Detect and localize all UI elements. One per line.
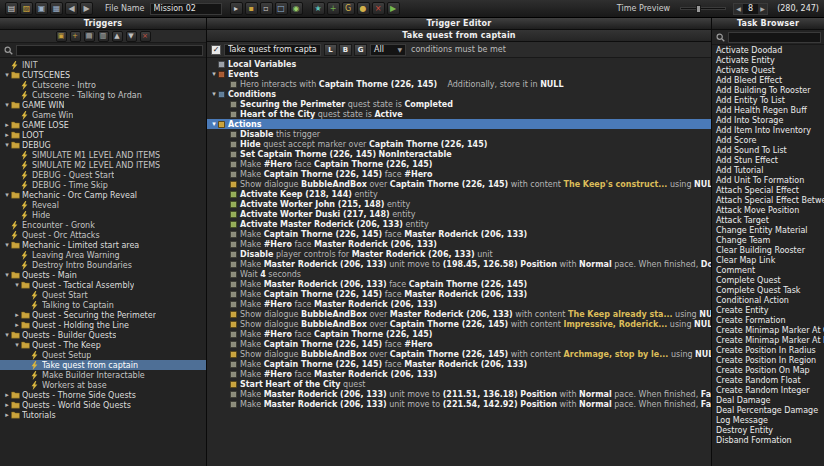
trigger-tree-item[interactable]: Quest - Orc Attacks — [0, 230, 206, 240]
add-entity-icon[interactable]: + — [327, 2, 340, 15]
trigger-tree-item[interactable]: ▾Quest - Tactical Assembly — [0, 280, 206, 290]
undo-icon[interactable]: ◀ — [65, 2, 78, 15]
task-item[interactable]: Add Entity To List — [712, 96, 824, 106]
task-item[interactable]: Complete Quest Task — [712, 286, 824, 296]
trigger-tree-item[interactable]: Hide — [0, 210, 206, 220]
trigger-tree-item[interactable]: ▾Quests - Builder Quests — [0, 330, 206, 340]
editor-action-row[interactable]: Make Captain Thorne (226, 145) face Mast… — [207, 229, 711, 239]
trigger-tree-item[interactable]: Reveal — [0, 200, 206, 210]
task-item[interactable]: Change Team — [712, 236, 824, 246]
task-browser-search-input[interactable] — [728, 32, 821, 43]
trigger-tree-item[interactable]: Leaving Area Warning — [0, 250, 206, 260]
task-item[interactable]: Change Entity Material — [712, 226, 824, 236]
task-item[interactable]: Attack Move Position — [712, 206, 824, 216]
camera-tool-icon[interactable]: ◉ — [290, 2, 303, 15]
task-item[interactable]: Comment — [712, 266, 824, 276]
editor-action-row[interactable]: Securing the Perimeter quest state is Co… — [207, 99, 711, 109]
chevron-down-icon[interactable]: ▾ — [3, 141, 11, 149]
task-item[interactable]: Clear Map Link — [712, 256, 824, 266]
editor-action-row[interactable]: Make Master Roderick (206, 133) face Cap… — [207, 279, 711, 289]
task-item[interactable]: Add Item Into Inventory — [712, 126, 824, 136]
trigger-tree-item[interactable]: Game Win — [0, 110, 206, 120]
editor-category-row[interactable]: ▾Conditions — [207, 89, 711, 99]
trigger-tree-item[interactable]: ▾Mechanic - Orc Camp Reveal — [0, 190, 206, 200]
task-item[interactable]: Deal Damage — [712, 396, 824, 406]
trigger-tree-item[interactable]: Quest Start — [0, 290, 206, 300]
save-icon[interactable]: ▣ — [35, 2, 48, 15]
task-item[interactable]: Deal Percentage Damage — [712, 406, 824, 416]
editor-action-row[interactable]: Activate Worker Duski (217, 148) entity — [207, 209, 711, 219]
editor-category-row[interactable]: Local Variables — [207, 59, 711, 69]
pointer-tool-icon[interactable]: ▸ — [230, 2, 243, 15]
slider-handle-icon[interactable] — [696, 5, 701, 13]
editor-category-row[interactable]: ▾Events — [207, 69, 711, 79]
trigger-tree-item[interactable]: Talking to Captain — [0, 300, 206, 310]
task-item[interactable]: Add Health Regen Buff — [712, 106, 824, 116]
task-item[interactable]: Add Stun Effect — [712, 156, 824, 166]
editor-action-row[interactable]: Make Captain Thorne (226, 145) face Mast… — [207, 289, 711, 299]
editor-action-row[interactable]: Make #Hero face Master Roderick (206, 13… — [207, 369, 711, 379]
trigger-tree-item[interactable]: ▸GAME LOSE — [0, 120, 206, 130]
editor-action-row[interactable]: Show dialogue BubbleAndBox over Captain … — [207, 179, 711, 189]
trigger-tree-item[interactable]: DEBUG - Time Skip — [0, 180, 206, 190]
redo-icon[interactable]: ▶ — [80, 2, 93, 15]
task-item[interactable]: Add Tutorial — [712, 166, 824, 176]
editor-action-row[interactable]: Make Master Roderick (206, 133) unit mov… — [207, 389, 711, 399]
flag-button-l[interactable]: L — [324, 44, 337, 56]
task-item[interactable]: Add Bleed Effect — [712, 76, 824, 86]
chevron-right-icon[interactable]: ▸ — [3, 411, 11, 419]
task-item[interactable]: Create Position In Radius — [712, 346, 824, 356]
condition-mode-dropdown[interactable]: All ▼ — [370, 44, 406, 56]
flag-button-g[interactable]: G — [354, 44, 367, 56]
stepper-increment-button[interactable]: ▶ — [758, 4, 767, 14]
trigger-tree-item[interactable]: ▾DEBUG — [0, 140, 206, 150]
task-item[interactable]: Activate Doodad — [712, 46, 824, 56]
editor-action-row[interactable]: Make #Hero face Captain Thorne (226, 145… — [207, 159, 711, 169]
file-name-input[interactable] — [150, 3, 222, 15]
trigger-tree-item[interactable]: INIT — [0, 60, 206, 70]
task-item[interactable]: Attach Special Effect Between Entities — [712, 196, 824, 206]
move-down-icon[interactable]: ▼ — [126, 31, 137, 42]
editor-action-row[interactable]: Set Captain Thorne (226, 145) NonInterac… — [207, 149, 711, 159]
time-preview-value[interactable]: 8 — [743, 4, 758, 13]
trigger-tree-item[interactable]: ▸Tutorials — [0, 410, 206, 420]
task-item[interactable]: Add Unit To Formation — [712, 176, 824, 186]
task-item[interactable]: Create Random Integer — [712, 386, 824, 396]
editor-action-row[interactable]: Make #Hero face Master Roderick (206, 13… — [207, 299, 711, 309]
trigger-tree-item[interactable]: Cutscene - Intro — [0, 80, 206, 90]
chevron-down-icon[interactable]: ▾ — [3, 331, 11, 339]
editor-action-row[interactable]: Hide quest accept marker over Captain Th… — [207, 139, 711, 149]
time-preview-slider[interactable] — [680, 7, 726, 10]
task-item[interactable]: Attach Special Effect — [712, 186, 824, 196]
chevron-right-icon[interactable]: ▸ — [13, 321, 21, 329]
trigger-tree-item[interactable]: ▸LOOT — [0, 130, 206, 140]
trigger-tree-item[interactable]: Workers at base — [0, 380, 206, 390]
chevron-down-icon[interactable]: ▾ — [13, 341, 21, 349]
task-item[interactable]: Attack Target — [712, 216, 824, 226]
brush-tool-icon[interactable]: ▪ — [245, 2, 258, 15]
wand-icon[interactable]: ★ — [312, 2, 325, 15]
flag-button-b[interactable]: B — [339, 44, 352, 56]
trigger-tree-item[interactable]: DEBUG - Quest Start — [0, 170, 206, 180]
trigger-tree-item[interactable]: ▾Mechanic - Limited start area — [0, 240, 206, 250]
task-item[interactable]: Create Formation — [712, 316, 824, 326]
trigger-tree-item[interactable]: Encounter - Gronk — [0, 220, 206, 230]
editor-action-row[interactable]: Activate Keep (218, 144) entity — [207, 189, 711, 199]
trigger-tree-item[interactable]: Cutscene - Talking to Ardan — [0, 90, 206, 100]
chevron-down-icon[interactable]: ▾ — [210, 120, 218, 128]
task-item[interactable]: Add Sound To List — [712, 146, 824, 156]
task-item[interactable]: Create Minimap Marker At Position — [712, 336, 824, 346]
editor-action-row[interactable]: Disable player controls for Master Roder… — [207, 249, 711, 259]
editor-action-row[interactable]: Hero interacts with Captain Thorne (226,… — [207, 79, 711, 89]
chevron-down-icon[interactable]: ▾ — [3, 191, 11, 199]
trigger-enabled-checkbox[interactable]: ✓ — [211, 45, 221, 55]
chevron-right-icon[interactable]: ▸ — [13, 311, 21, 319]
region-tool-icon[interactable]: □ — [275, 2, 288, 15]
editor-action-row[interactable]: Start Heart of the City quest — [207, 379, 711, 389]
task-item[interactable]: Activate Entity — [712, 56, 824, 66]
eraser-tool-icon[interactable]: ▫ — [260, 2, 273, 15]
trigger-tree-item[interactable]: ▸Quest - Securing the Perimeter — [0, 310, 206, 320]
trigger-tree-item[interactable]: Take quest from captain — [0, 360, 206, 370]
task-item[interactable]: Conditional Action — [712, 296, 824, 306]
chevron-down-icon[interactable]: ▾ — [3, 71, 11, 79]
